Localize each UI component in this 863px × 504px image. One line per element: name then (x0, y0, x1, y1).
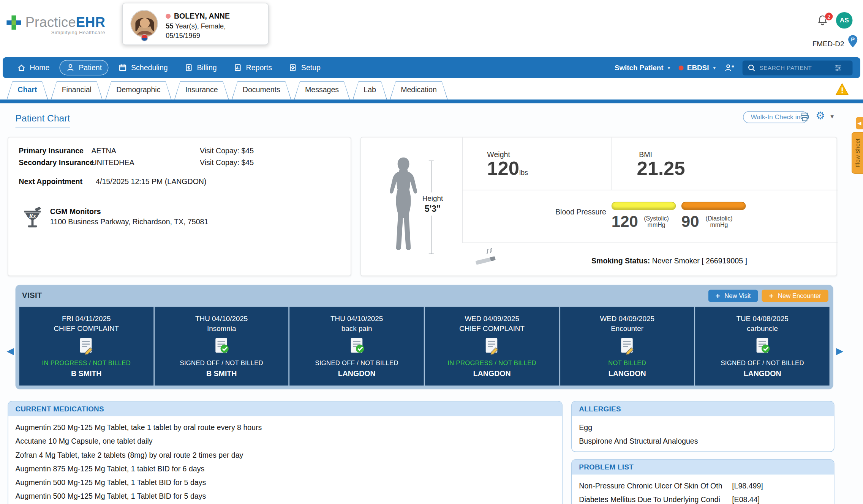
gear-icon[interactable]: ⚙ (816, 109, 825, 122)
filter-icon[interactable] (834, 63, 842, 72)
medication-item[interactable]: Augmentin 500 Mg-125 Mg Tablet, 1 Tablet… (16, 490, 555, 503)
flow-sheet-tab[interactable]: Flow Sheet (852, 132, 863, 174)
warning-icon[interactable] (836, 83, 849, 95)
height-block: Height 5'3" (417, 192, 448, 216)
visit-card[interactable]: FRI 04/11/2025 CHIEF COMPLAINT IN PROGRE… (19, 307, 153, 386)
practiceehr-logo[interactable]: PracticeEHR Simplifying Healthcare (5, 14, 105, 35)
tab-medication[interactable]: Medication (390, 81, 448, 99)
medication-item[interactable]: Zofran 4 Mg Tablet, take 2 tablets (8mg)… (16, 448, 555, 462)
medication-item[interactable]: Augmentin 875 Mg-125 Mg Tablet, 1 tablet… (16, 462, 555, 476)
facility-selector[interactable]: EBDSI ▼ (679, 63, 716, 72)
tab-insurance[interactable]: Insurance (174, 81, 229, 99)
tab-messages[interactable]: Messages (294, 81, 350, 99)
new-visit-button[interactable]: + New Visit (708, 290, 758, 302)
nav-item-scheduling[interactable]: Scheduling (112, 60, 174, 76)
visit-section-title: VISIT (22, 291, 42, 300)
print-icon[interactable] (799, 112, 810, 123)
visit-type: Insomnia (207, 324, 236, 333)
note-check-icon[interactable] (212, 337, 231, 355)
note-pencil-icon[interactable] (618, 337, 636, 355)
problem-code: [E08.44] (732, 493, 760, 504)
visit-provider: B SMITH (71, 370, 101, 378)
allergies-panel: ALLERGIES Egg Buspirone And Structural A… (571, 401, 835, 452)
problem-item[interactable]: Non-Pressure Chronic Ulcer Of Skin Of Ot… (579, 479, 827, 493)
divider (462, 243, 838, 243)
patient-search-box[interactable] (743, 60, 853, 75)
secondary-insurance-label: Secondary Insurance (19, 158, 94, 167)
new-encounter-button[interactable]: + New Encounter (762, 290, 828, 302)
next-visits-arrow[interactable]: ▶ (836, 345, 843, 357)
nav-label: Scheduling (131, 63, 168, 72)
flow-sheet-label: Flow Sheet (854, 139, 861, 167)
insurance-card: Primary Insurance AETNA Visit Copay: $45… (8, 137, 351, 276)
note-pencil-icon[interactable] (483, 337, 501, 355)
note-check-icon[interactable] (753, 337, 771, 355)
nav-item-reports[interactable]: Reports (227, 60, 279, 76)
nav-item-billing[interactable]: Billing (178, 60, 223, 76)
nav-item-home[interactable]: Home (11, 60, 56, 76)
allergy-item[interactable]: Egg (579, 421, 827, 434)
main-nav: Home Patient Scheduling Billing Reports … (3, 57, 860, 78)
switch-patient-button[interactable]: Switch Patient ▼ (615, 63, 671, 72)
brand-tagline: Simplifying Healthcare (25, 30, 106, 35)
patient-name: BOLEYN, ANNE (174, 12, 230, 20)
bp-systolic-bar (612, 202, 676, 210)
primary-insurance-value: AETNA (92, 147, 116, 155)
switch-patient-label: Switch Patient (615, 63, 664, 72)
visit-card[interactable]: WED 04/09/2025 CHIEF COMPLAINT IN PROGRE… (425, 307, 559, 386)
location-pin-icon[interactable]: P (847, 35, 858, 48)
secondary-copay: Visit Copay: $45 (200, 158, 254, 167)
visit-card[interactable]: WED 04/09/2025 Encounter NOT BILLED LANG… (560, 307, 694, 386)
facility-label: EBDSI (687, 63, 709, 72)
walk-in-check-in-button[interactable]: Walk-In Check in (743, 111, 808, 123)
next-appointment-label: Next Appointment (19, 178, 82, 186)
add-patient-icon[interactable] (724, 63, 735, 72)
search-input[interactable] (760, 65, 830, 71)
problem-name: Diabetes Mellitus Due To Underlying Cond… (579, 493, 732, 504)
svg-text:P: P (851, 36, 855, 43)
visit-status: IN PROGRESS / NOT BILLED (447, 360, 536, 366)
medication-item[interactable]: Accutane 10 Mg Capsule, one tablet daily (16, 435, 555, 448)
visit-status: SIGNED OFF / NOT BILLED (315, 360, 398, 366)
smoking-status: Smoking Status: Never Smoker [ 266919005… (515, 257, 823, 265)
smoking-icon (474, 246, 499, 267)
tab-lab[interactable]: Lab (352, 81, 387, 99)
visit-status: SIGNED OFF / NOT BILLED (721, 360, 804, 366)
user-avatar[interactable]: AS (836, 12, 852, 28)
height-label: Height (417, 194, 448, 202)
tab-chart[interactable]: Chart (6, 81, 48, 99)
tab-financial[interactable]: Financial (51, 81, 103, 99)
patient-banner-text: BOLEYN, ANNE 55 Year(s), Female, 05/15/1… (166, 12, 266, 39)
visit-type: CHIEF COMPLAINT (54, 324, 119, 333)
new-visit-label: New Visit (724, 293, 751, 299)
visit-card[interactable]: TUE 04/08/2025 carbuncle SIGNED OFF / NO… (695, 307, 830, 386)
problem-item[interactable]: Diabetes Mellitus Due To Underlying Cond… (579, 493, 827, 504)
chevron-down-icon[interactable]: ▼ (830, 113, 835, 119)
body-silhouette (386, 157, 420, 255)
visit-date: WED 04/09/2025 (465, 315, 519, 323)
note-pencil-icon[interactable] (77, 337, 95, 355)
chevron-down-icon: ▼ (712, 65, 716, 70)
height-value: 5'3" (417, 204, 448, 214)
visit-card[interactable]: THU 04/10/2025 Insomnia SIGNED OFF / NOT… (155, 307, 289, 386)
medication-item[interactable]: Augmentin 500 Mg-125 Mg Tablet, 1 Tablet… (16, 476, 555, 489)
chevron-down-icon: ▼ (667, 65, 671, 70)
visit-provider: LANGDON (338, 370, 376, 378)
tab-documents[interactable]: Documents (232, 81, 291, 99)
patient-banner[interactable]: BOLEYN, ANNE 55 Year(s), Female, 05/15/1… (122, 3, 269, 45)
note-check-icon[interactable] (348, 337, 366, 355)
prev-visits-arrow[interactable]: ◀ (6, 345, 14, 357)
collapse-arrow-icon[interactable]: ◀ (856, 117, 863, 129)
visit-date: THU 04/10/2025 (195, 315, 248, 323)
allergy-item[interactable]: Buspirone And Structural Analogues (579, 435, 827, 448)
problem-code: [L98.499] (732, 479, 763, 493)
nav-label: Reports (246, 63, 272, 72)
new-encounter-label: New Encounter (778, 293, 821, 299)
nav-item-setup[interactable]: Setup (282, 60, 327, 76)
visit-date: FRI 04/11/2025 (62, 315, 111, 323)
nav-item-patient[interactable]: Patient (60, 60, 109, 76)
visit-card[interactable]: THU 04/10/2025 back pain SIGNED OFF / NO… (290, 307, 424, 386)
page-title: Patient Chart (16, 113, 70, 128)
medication-item[interactable]: Augmentin 250 Mg-125 Mg Tablet, take 1 t… (16, 421, 555, 434)
tab-demographic[interactable]: Demographic (105, 81, 171, 99)
